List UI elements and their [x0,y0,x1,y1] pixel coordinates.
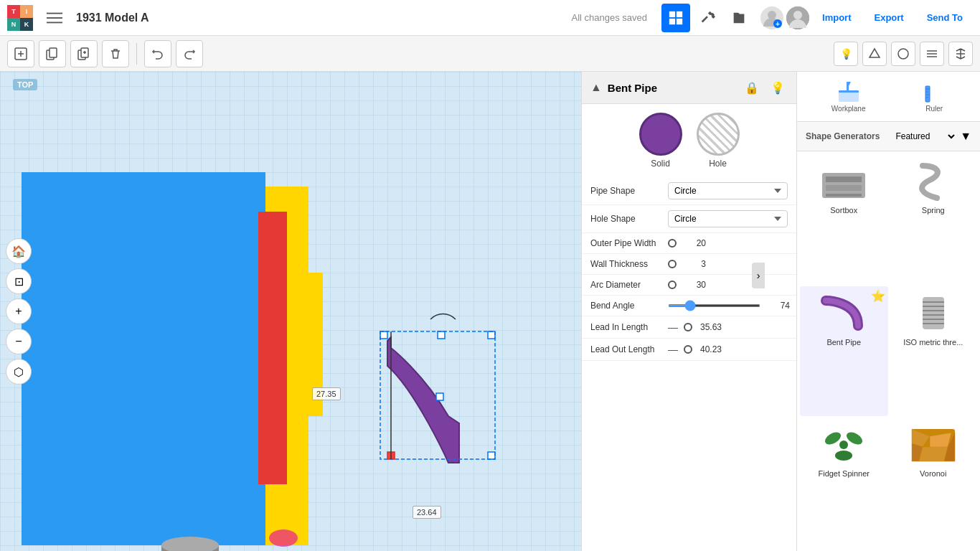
circle-view-button[interactable] [891,42,915,66]
shape-title: Bent Pipe [608,82,736,94]
menu-button[interactable] [40,4,69,32]
zoom-out-button[interactable]: − [6,329,32,354]
tools-button[interactable] [693,4,722,32]
bend-angle-label: Bend Angle [590,301,662,311]
svg-rect-6 [677,18,682,24]
delete-button[interactable] [102,40,129,67]
bent-pipe-name: Bent Pipe [826,338,861,347]
toolbar: 💡 [0,36,980,72]
svg-rect-43 [925,86,930,102]
wall-thickness-label: Wall Thickness [590,259,662,269]
hole-label: Hole [709,159,727,169]
svg-text:+: + [776,20,780,28]
svg-rect-30 [488,452,495,459]
arc-diameter-label: Arc Diameter [590,280,662,290]
shape-card-fidget-spinner[interactable]: Fidget Spinner [800,418,888,548]
spring-thumb [905,160,962,203]
undo-button[interactable] [144,40,171,67]
solid-swatch [639,113,682,156]
sortbox-name: Sortbox [830,206,857,215]
far-right-panel: Workplane Ruler Shape Generators Feature… [796,72,980,551]
svg-rect-1 [47,17,62,19]
svg-rect-27 [488,331,495,339]
svg-rect-4 [677,11,682,17]
redo-button[interactable] [176,40,203,67]
shape-generators-dropdown[interactable]: Featured All [887,128,957,145]
iso-metric-name: ISO metric thre... [903,338,963,347]
svg-rect-14 [50,48,57,57]
new-button[interactable] [7,40,34,67]
right-panel: ▲ Bent Pipe 🔒 💡 Solid Hole Pipe Shape Ci… [581,72,796,551]
solid-option[interactable]: Solid [639,113,682,169]
pipe-shape-row: Pipe Shape CircleSquare [582,177,796,205]
shape-card-sortbox[interactable]: Sortbox [800,154,888,285]
svg-rect-24 [258,212,287,484]
svg-rect-26 [438,331,445,339]
svg-rect-3 [669,11,675,17]
bend-angle-row: Bend Angle 74 [582,296,796,316]
tinkercad-logo: T I N K [7,5,33,31]
svg-marker-68 [919,447,948,461]
shapes-grid: Sortbox Spring ⭐ Bent Pipe [797,151,980,551]
save-status: All changes saved [572,12,648,23]
wall-thickness-value: 3 [681,259,706,269]
import-button[interactable]: Import [812,8,861,27]
grid-view-button[interactable] [661,4,690,32]
arc-diameter-circle-icon [668,281,677,289]
light-toggle-button[interactable]: 💡 [768,77,788,98]
shape-card-iso-metric[interactable]: ISO metric thre... [890,286,978,417]
svg-rect-51 [826,185,862,191]
left-nav: 🏠 ⊡ + − ⬡ [6,238,32,385]
collapse-button[interactable]: ▲ [590,81,602,94]
zoom-in-button[interactable]: + [6,298,32,324]
sortbox-thumb [815,160,872,203]
add-user-button[interactable]: + [760,6,783,29]
workplane-button[interactable]: Workplane [826,77,872,116]
svg-rect-21 [22,172,265,545]
copy-button[interactable] [39,40,66,67]
ruler-button[interactable]: Ruler [917,77,951,116]
shape-card-voronoi[interactable]: Voronoi [890,418,978,548]
lock-button[interactable]: 🔒 [742,77,762,98]
svg-rect-25 [380,331,387,339]
voronoi-thumb [905,423,962,466]
light-bulb-button[interactable]: 💡 [834,42,858,66]
perspective-button[interactable]: ⬡ [6,359,32,385]
ruler-label: Ruler [925,105,943,113]
outer-pipe-width-label: Outer Pipe Width [590,238,662,248]
shape-card-bent-pipe[interactable]: ⭐ Bent Pipe [800,286,888,417]
hole-shape-row: Hole Shape CircleSquare [582,205,796,233]
pipe-shape-dropdown[interactable]: CircleSquare [668,182,788,199]
duplicate-button[interactable] [70,40,98,67]
spring-name: Spring [922,206,945,215]
export-button[interactable]: Export [864,8,914,27]
star-badge: ⭐ [871,289,885,303]
bent-pipe-thumb [815,292,872,335]
home-button[interactable]: 🏠 [6,238,32,264]
solid-label: Solid [651,159,670,169]
panel-collapse-arrow[interactable]: › [752,263,765,288]
workplane-icon [837,80,860,103]
svg-rect-2 [47,22,62,23]
workplane-label: Workplane [831,105,866,113]
shape-view-button[interactable] [862,42,887,66]
svg-rect-28 [436,393,443,400]
bend-angle-slider[interactable] [668,304,760,307]
user-avatar [786,6,809,29]
lead-out-circle-icon [684,345,692,354]
shape-card-spring[interactable]: Spring [890,154,978,285]
lead-out-length-row: Lead Out Length — 40.23 [582,339,796,361]
outer-pipe-width-value: 20 [681,238,706,248]
fit-button[interactable]: ⊡ [6,268,32,294]
lead-in-length-value: 35.63 [697,322,722,332]
viewport[interactable]: TOP 🏠 ⊡ + − ⬡ [0,72,581,551]
mirror-button[interactable] [948,42,973,66]
dimension-label-1: 27.35 [312,387,341,400]
lead-out-length-label: Lead Out Length [590,344,662,354]
send-to-button[interactable]: Send To [917,8,973,27]
hole-option[interactable]: Hole [697,113,740,169]
files-button[interactable] [725,4,753,32]
grid-align-button[interactable] [920,42,944,66]
fidget-spinner-name: Fidget Spinner [818,469,870,478]
hole-shape-dropdown[interactable]: CircleSquare [668,210,788,227]
